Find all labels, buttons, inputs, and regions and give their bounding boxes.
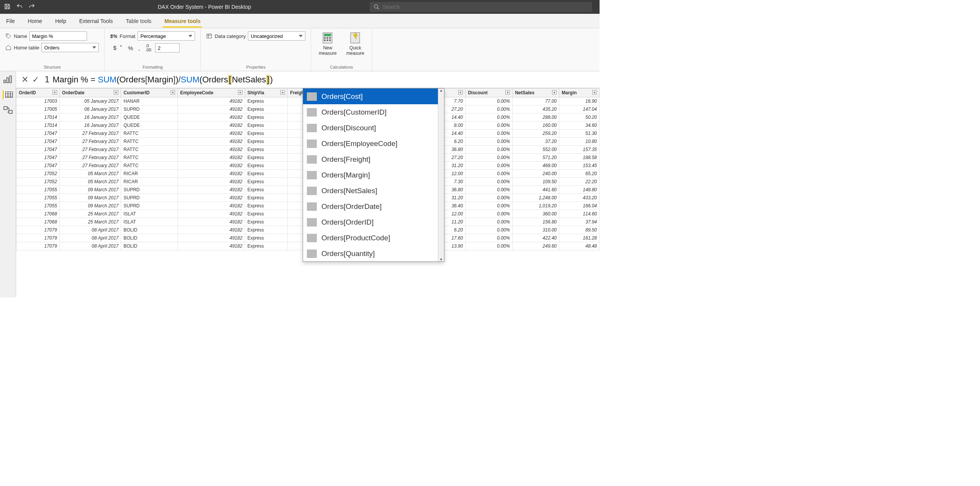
- column-header[interactable]: Margin▾: [559, 89, 600, 97]
- currency-button[interactable]: $ ˅: [110, 44, 124, 52]
- cell[interactable]: 0.00%: [465, 178, 513, 186]
- cell[interactable]: 49182: [178, 178, 245, 186]
- cell[interactable]: RATTC: [121, 138, 178, 146]
- cell[interactable]: 17047: [16, 154, 60, 162]
- cell[interactable]: 160.00: [513, 122, 559, 130]
- cell[interactable]: 10.80: [559, 138, 600, 146]
- cell[interactable]: Express: [245, 226, 288, 234]
- intellisense-item[interactable]: Orders[Freight]: [303, 151, 438, 167]
- new-measure-button[interactable]: New measure: [316, 31, 339, 56]
- cell[interactable]: Express: [245, 97, 288, 105]
- cell[interactable]: BOLID: [121, 234, 178, 242]
- intellisense-item[interactable]: Orders[Quantity]: [303, 246, 438, 261]
- column-filter-icon[interactable]: ▾: [458, 90, 463, 95]
- column-header[interactable]: ShipVia▾: [245, 89, 288, 97]
- cell[interactable]: 49182: [178, 234, 245, 242]
- cell[interactable]: 16.90: [559, 97, 600, 105]
- cell[interactable]: 77.00: [513, 97, 559, 105]
- cell[interactable]: 49182: [178, 113, 245, 122]
- cell[interactable]: Express: [245, 242, 288, 250]
- cell[interactable]: 49182: [178, 186, 245, 194]
- cell[interactable]: SUPRD: [121, 186, 178, 194]
- cell[interactable]: 259.20: [513, 130, 559, 138]
- save-icon[interactable]: [4, 3, 11, 11]
- cell[interactable]: 441.60: [513, 186, 559, 194]
- cell[interactable]: 08 April 2017: [59, 234, 121, 242]
- cell[interactable]: 17068: [16, 218, 60, 226]
- cell[interactable]: 310.00: [513, 226, 559, 234]
- cell[interactable]: 17047: [16, 138, 60, 146]
- cell[interactable]: 09 March 2017: [59, 186, 121, 194]
- cell[interactable]: QUEDE: [121, 113, 178, 122]
- cell[interactable]: 17014: [16, 122, 60, 130]
- percent-button[interactable]: %: [126, 44, 134, 52]
- cell[interactable]: 0.00%: [465, 194, 513, 202]
- cell[interactable]: RATTC: [121, 162, 178, 170]
- cell[interactable]: 0.00%: [465, 146, 513, 154]
- cell[interactable]: SUPRD: [121, 194, 178, 202]
- cell[interactable]: 153.45: [559, 162, 600, 170]
- cell[interactable]: 50.20: [559, 113, 600, 122]
- cell[interactable]: 468.00: [513, 162, 559, 170]
- cell[interactable]: 17047: [16, 130, 60, 138]
- home-table-select[interactable]: Orders: [41, 43, 99, 52]
- cell[interactable]: 34.60: [559, 122, 600, 130]
- cell[interactable]: Express: [245, 234, 288, 242]
- cell[interactable]: 25 March 2017: [59, 210, 121, 218]
- cell[interactable]: 1,248.00: [513, 194, 559, 202]
- cell[interactable]: 0.00%: [465, 97, 513, 105]
- cell[interactable]: 166.04: [559, 202, 600, 210]
- cell[interactable]: QUEDE: [121, 122, 178, 130]
- search-input[interactable]: [383, 4, 588, 10]
- cell[interactable]: 05 March 2017: [59, 170, 121, 178]
- cell[interactable]: 0.00%: [465, 202, 513, 210]
- cell[interactable]: 49182: [178, 226, 245, 234]
- cell[interactable]: 49182: [178, 97, 245, 105]
- column-header[interactable]: OrderID▾: [16, 89, 60, 97]
- search-box[interactable]: [370, 2, 592, 12]
- cell[interactable]: 0.00%: [465, 218, 513, 226]
- cell[interactable]: 249.60: [513, 242, 559, 250]
- cell[interactable]: Express: [245, 122, 288, 130]
- cell[interactable]: BOLID: [121, 226, 178, 234]
- cell[interactable]: 49182: [178, 162, 245, 170]
- cell[interactable]: 288.00: [513, 113, 559, 122]
- cell[interactable]: 49182: [178, 218, 245, 226]
- cell[interactable]: 148.80: [559, 186, 600, 194]
- cell[interactable]: 161.28: [559, 234, 600, 242]
- cell[interactable]: 0.00%: [465, 170, 513, 178]
- cell[interactable]: Express: [245, 178, 288, 186]
- cell[interactable]: 0.00%: [465, 154, 513, 162]
- cell[interactable]: BOLID: [121, 242, 178, 250]
- cell[interactable]: RATTC: [121, 146, 178, 154]
- cell[interactable]: 17079: [16, 234, 60, 242]
- cell[interactable]: 0.00%: [465, 210, 513, 218]
- cell[interactable]: 435.20: [513, 105, 559, 113]
- decimals-input[interactable]: [155, 43, 180, 53]
- cell[interactable]: Express: [245, 202, 288, 210]
- cell[interactable]: 17079: [16, 226, 60, 234]
- cell[interactable]: 17055: [16, 186, 60, 194]
- model-view-button[interactable]: [3, 106, 13, 114]
- column-filter-icon[interactable]: ▾: [592, 90, 597, 95]
- cell[interactable]: SUPRD: [121, 105, 178, 113]
- cell[interactable]: 17005: [16, 105, 60, 113]
- column-filter-icon[interactable]: ▾: [505, 90, 510, 95]
- commit-formula-icon[interactable]: ✓: [32, 75, 39, 85]
- tab-measure-tools[interactable]: Measure tools: [163, 15, 202, 27]
- cell[interactable]: 27 February 2017: [59, 146, 121, 154]
- cell[interactable]: 27 February 2017: [59, 138, 121, 146]
- cell[interactable]: 27 February 2017: [59, 162, 121, 170]
- cell[interactable]: 0.00%: [465, 113, 513, 122]
- column-filter-icon[interactable]: ▾: [280, 90, 285, 95]
- data-category-select[interactable]: Uncategorized: [248, 31, 305, 41]
- cell[interactable]: Express: [245, 154, 288, 162]
- column-filter-icon[interactable]: ▾: [114, 90, 118, 95]
- cell[interactable]: 49182: [178, 202, 245, 210]
- cell[interactable]: 16 January 2017: [59, 113, 121, 122]
- cell[interactable]: 09 March 2017: [59, 194, 121, 202]
- intellisense-item[interactable]: Orders[Discount]: [303, 120, 438, 136]
- cell[interactable]: 156.80: [513, 218, 559, 226]
- cell[interactable]: ISLAT: [121, 218, 178, 226]
- cell[interactable]: Express: [245, 130, 288, 138]
